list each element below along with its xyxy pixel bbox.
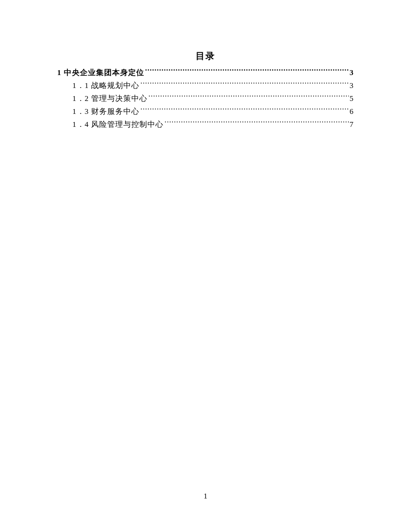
toc-entry-label: 1 中央企业集团本身定位 [57,67,144,80]
toc-entry-page: 7 [350,118,354,131]
toc-entry-label: 1．2 管理与决策中心 [72,92,147,105]
page-number: 1 [0,492,411,501]
toc-entry-label: 1．3 财务服务中心 [72,105,139,118]
toc-entry-label: 1．1 战略规划中心 [72,80,139,92]
toc-leader [164,119,348,127]
toc-leader [140,80,348,88]
toc-entry-section: 1．4 风险管理与控制中心 7 [57,118,354,131]
toc-entry-section: 1．3 财务服务中心 6 [57,105,354,118]
toc-entry-page: 3 [350,67,354,80]
toc-entry-page: 6 [350,105,354,118]
toc-entry-section: 1．2 管理与决策中心 5 [57,92,354,105]
toc-entry-label: 1．4 风险管理与控制中心 [72,118,164,131]
toc-entry-section: 1．1 战略规划中心 3 [57,80,354,92]
toc-leader [140,106,348,114]
toc-leader [148,93,348,101]
toc-leader [145,67,349,75]
toc-entry-page: 5 [350,92,354,105]
toc-entry-page: 3 [350,80,354,92]
toc-entry-chapter: 1 中央企业集团本身定位 3 [57,67,354,80]
toc-title: 目录 [57,50,354,62]
